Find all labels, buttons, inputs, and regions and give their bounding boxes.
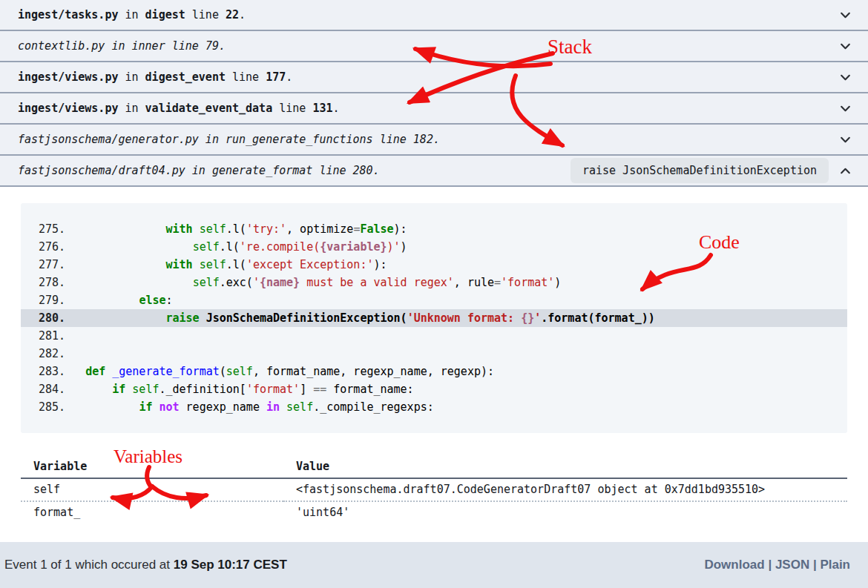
json-link[interactable]: JSON	[775, 558, 809, 572]
frame-file: ingest/views.py	[18, 102, 118, 115]
stack-frame[interactable]: ingest/views.py in digest_event line 177…	[0, 62, 868, 93]
frame-description: ingest/tasks.py in digest line 22.	[18, 8, 829, 22]
frame-function: digest_event	[145, 70, 226, 84]
code-lines: 275. with self.l('try:', optimize=False)…	[21, 220, 847, 416]
frame-description: ingest/views.py in digest_event line 177…	[18, 70, 829, 84]
line-number: 277.	[21, 256, 59, 274]
exception-badge: raise JsonSchemaDefinitionException	[571, 158, 829, 183]
stack-frame[interactable]: ingest/tasks.py in digest line 22.	[0, 0, 868, 31]
footer-links: Download | JSON | Plain	[704, 558, 868, 572]
code-line: 283. def _generate_format(self, format_n…	[21, 363, 847, 380]
download-link[interactable]: Download	[704, 558, 764, 572]
chevron-down-icon[interactable]	[839, 9, 852, 22]
chevron-down-icon[interactable]	[839, 133, 852, 146]
footer-bar: Event 1 of 1 which occured at 19 Sep 10:…	[0, 542, 868, 588]
plain-link[interactable]: Plain	[820, 558, 850, 572]
frame-file: ingest/tasks.py	[18, 8, 118, 22]
code-line: 284. if self._definition['format'] == fo…	[21, 380, 847, 398]
line-number: 279.	[21, 291, 59, 309]
frame-description: fastjsonschema/generator.py in run_gener…	[18, 133, 829, 146]
chevron-up-icon[interactable]	[839, 165, 852, 177]
frame-function: inner	[132, 39, 165, 53]
variables-table: Variable Value self <fastjsonschema.draf…	[21, 460, 847, 523]
table-row: self <fastjsonschema.draft07.CodeGenerat…	[21, 478, 847, 501]
code-line-highlighted: 280. raise JsonSchemaDefinitionException…	[21, 309, 847, 327]
frame-function: validate_event_data	[145, 102, 273, 115]
stack-frame[interactable]: ingest/views.py in validate_event_data l…	[0, 93, 868, 125]
line-number: 275.	[21, 220, 59, 238]
frame-function: run_generate_functions	[226, 133, 373, 146]
code-line: 278. self.exc('{name} must be a valid re…	[21, 274, 847, 291]
frame-lineno: 182	[413, 133, 433, 146]
frame-function: generate_format	[212, 164, 312, 177]
variable-name: self	[21, 478, 283, 501]
frame-file: fastjsonschema/draft04.py	[18, 164, 185, 177]
event-summary: Event 1 of 1 which occured at 19 Sep 10:…	[0, 558, 287, 572]
stack-trace-list: ingest/tasks.py in digest line 22. conte…	[0, 0, 868, 187]
event-timestamp: 19 Sep 10:17 CEST	[174, 558, 287, 572]
code-line: 282.	[21, 345, 847, 363]
line-number: 276.	[21, 238, 59, 256]
code-line: 281.	[21, 327, 847, 345]
code-line: 279. else:	[21, 291, 847, 309]
column-header-variable: Variable	[21, 460, 283, 478]
code-line: 275. with self.l('try:', optimize=False)…	[21, 220, 847, 238]
chevron-down-icon[interactable]	[839, 40, 852, 53]
stack-frame-expanded[interactable]: fastjsonschema/draft04.py in generate_fo…	[0, 156, 868, 187]
chevron-down-icon[interactable]	[839, 102, 852, 115]
frame-lineno: 280	[353, 164, 373, 177]
frame-description: fastjsonschema/draft04.py in generate_fo…	[18, 164, 571, 177]
line-number: 278.	[21, 274, 59, 291]
line-number: 285.	[21, 398, 59, 416]
code-snippet-card: 275. with self.l('try:', optimize=False)…	[21, 203, 847, 433]
variable-value: 'uint64'	[283, 501, 847, 523]
table-row: format_ 'uint64'	[21, 501, 847, 523]
stack-frame[interactable]: fastjsonschema/generator.py in run_gener…	[0, 125, 868, 156]
stack-frame[interactable]: contextlib.py in inner line 79.	[0, 31, 868, 62]
code-line: 276. self.l('re.compile({variable})')	[21, 238, 847, 256]
frame-file: contextlib.py	[18, 39, 105, 53]
frame-lineno: 131	[312, 102, 332, 115]
line-number: 281.	[21, 327, 59, 345]
variable-value: <fastjsonschema.draft07.CodeGeneratorDra…	[283, 478, 847, 501]
line-number: 283.	[21, 363, 59, 380]
line-number: 284.	[21, 380, 59, 398]
variable-name: format_	[21, 501, 283, 523]
code-line: 285. if not regexp_name in self._compile…	[21, 398, 847, 416]
frame-lineno: 22	[226, 8, 239, 22]
frame-function: digest	[145, 8, 185, 22]
frame-file: fastjsonschema/generator.py	[18, 133, 199, 146]
frame-description: ingest/views.py in validate_event_data l…	[18, 102, 829, 115]
line-number: 280.	[21, 309, 59, 327]
frame-lineno: 79	[206, 39, 219, 53]
frame-description: contextlib.py in inner line 79.	[18, 39, 829, 53]
frame-lineno: 177	[266, 70, 286, 84]
column-header-value: Value	[283, 460, 847, 478]
frame-file: ingest/views.py	[18, 70, 118, 84]
chevron-down-icon[interactable]	[839, 71, 852, 84]
code-line: 277. with self.l('except Exception:'):	[21, 256, 847, 274]
line-number: 282.	[21, 345, 59, 363]
